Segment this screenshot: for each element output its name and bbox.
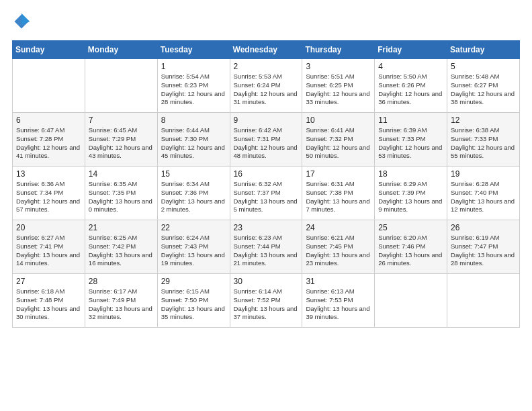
day-number: 1: [161, 62, 226, 71]
day-cell: 26Sunrise: 6:19 AM Sunset: 7:47 PM Dayli…: [447, 220, 520, 274]
day-number: 12: [451, 116, 516, 125]
day-info: Sunrise: 6:29 AM Sunset: 7:39 PM Dayligh…: [378, 180, 443, 214]
day-number: 10: [306, 116, 371, 125]
week-row-4: 27Sunrise: 6:18 AM Sunset: 7:48 PM Dayli…: [13, 274, 520, 328]
day-info: Sunrise: 6:34 AM Sunset: 7:36 PM Dayligh…: [161, 180, 226, 214]
day-info: Sunrise: 6:24 AM Sunset: 7:43 PM Dayligh…: [161, 234, 226, 268]
day-number: 24: [306, 223, 371, 232]
day-cell: 30Sunrise: 6:14 AM Sunset: 7:52 PM Dayli…: [230, 274, 302, 328]
day-cell: 8Sunrise: 6:44 AM Sunset: 7:30 PM Daylig…: [157, 113, 230, 167]
day-info: Sunrise: 6:28 AM Sunset: 7:40 PM Dayligh…: [451, 180, 516, 214]
day-cell: 21Sunrise: 6:25 AM Sunset: 7:42 PM Dayli…: [85, 220, 157, 274]
day-number: 16: [234, 169, 299, 179]
day-number: 17: [306, 169, 371, 179]
weekday-header-row: SundayMondayTuesdayWednesdayThursdayFrid…: [13, 41, 520, 59]
day-info: Sunrise: 5:51 AM Sunset: 6:25 PM Dayligh…: [306, 73, 371, 107]
day-cell: 7Sunrise: 6:45 AM Sunset: 7:29 PM Daylig…: [85, 113, 157, 167]
page: SundayMondayTuesdayWednesdayThursdayFrid…: [0, 0, 532, 334]
day-cell: [85, 59, 157, 113]
logo-icon: [12, 12, 31, 34]
day-info: Sunrise: 6:31 AM Sunset: 7:38 PM Dayligh…: [306, 180, 371, 214]
day-cell: 3Sunrise: 5:51 AM Sunset: 6:25 PM Daylig…: [302, 59, 375, 113]
day-number: 2: [234, 62, 299, 71]
day-cell: 31Sunrise: 6:13 AM Sunset: 7:53 PM Dayli…: [302, 274, 375, 328]
svg-marker-1: [21, 13, 30, 26]
day-cell: 14Sunrise: 6:35 AM Sunset: 7:35 PM Dayli…: [85, 167, 157, 220]
day-number: 30: [234, 277, 299, 286]
weekday-wednesday: Wednesday: [230, 41, 302, 59]
day-cell: 11Sunrise: 6:39 AM Sunset: 7:33 PM Dayli…: [375, 113, 447, 167]
day-cell: 16Sunrise: 6:32 AM Sunset: 7:37 PM Dayli…: [230, 167, 302, 220]
day-info: Sunrise: 6:21 AM Sunset: 7:45 PM Dayligh…: [306, 234, 371, 268]
day-number: 5: [451, 62, 516, 71]
logo: [12, 12, 34, 34]
day-number: 9: [234, 116, 299, 125]
day-info: Sunrise: 6:47 AM Sunset: 7:28 PM Dayligh…: [16, 126, 81, 161]
day-number: 18: [378, 169, 443, 179]
day-info: Sunrise: 6:44 AM Sunset: 7:30 PM Dayligh…: [161, 126, 226, 161]
day-cell: 18Sunrise: 6:29 AM Sunset: 7:39 PM Dayli…: [375, 167, 447, 220]
weekday-friday: Friday: [375, 41, 447, 59]
day-info: Sunrise: 6:45 AM Sunset: 7:29 PM Dayligh…: [89, 126, 154, 161]
day-number: 11: [378, 116, 443, 125]
day-number: 29: [161, 277, 226, 286]
weekday-thursday: Thursday: [302, 41, 375, 59]
day-info: Sunrise: 6:42 AM Sunset: 7:31 PM Dayligh…: [234, 126, 299, 161]
day-number: 8: [161, 116, 226, 125]
day-cell: 17Sunrise: 6:31 AM Sunset: 7:38 PM Dayli…: [302, 167, 375, 220]
day-info: Sunrise: 6:14 AM Sunset: 7:52 PM Dayligh…: [234, 287, 299, 322]
calendar-table: SundayMondayTuesdayWednesdayThursdayFrid…: [12, 40, 520, 328]
day-cell: [375, 274, 447, 328]
header: [12, 12, 520, 34]
day-info: Sunrise: 5:48 AM Sunset: 6:27 PM Dayligh…: [451, 73, 516, 107]
day-cell: [447, 274, 520, 328]
day-info: Sunrise: 5:50 AM Sunset: 6:26 PM Dayligh…: [378, 73, 443, 107]
day-number: 20: [16, 223, 81, 232]
day-info: Sunrise: 5:54 AM Sunset: 6:23 PM Dayligh…: [161, 73, 226, 107]
day-info: Sunrise: 6:27 AM Sunset: 7:41 PM Dayligh…: [16, 234, 81, 268]
week-row-1: 6Sunrise: 6:47 AM Sunset: 7:28 PM Daylig…: [13, 113, 520, 167]
day-info: Sunrise: 6:38 AM Sunset: 7:33 PM Dayligh…: [451, 126, 516, 161]
day-cell: 20Sunrise: 6:27 AM Sunset: 7:41 PM Dayli…: [13, 220, 85, 274]
day-number: 31: [306, 277, 371, 286]
day-number: 27: [16, 277, 81, 286]
day-cell: 15Sunrise: 6:34 AM Sunset: 7:36 PM Dayli…: [157, 167, 230, 220]
day-cell: 6Sunrise: 6:47 AM Sunset: 7:28 PM Daylig…: [13, 113, 85, 167]
day-info: Sunrise: 6:25 AM Sunset: 7:42 PM Dayligh…: [89, 234, 154, 268]
day-info: Sunrise: 6:17 AM Sunset: 7:49 PM Dayligh…: [89, 287, 154, 322]
day-cell: 12Sunrise: 6:38 AM Sunset: 7:33 PM Dayli…: [447, 113, 520, 167]
day-info: Sunrise: 6:18 AM Sunset: 7:48 PM Dayligh…: [16, 287, 81, 322]
weekday-monday: Monday: [85, 41, 157, 59]
weekday-sunday: Sunday: [13, 41, 85, 59]
day-info: Sunrise: 5:53 AM Sunset: 6:24 PM Dayligh…: [234, 73, 299, 107]
day-cell: 28Sunrise: 6:17 AM Sunset: 7:49 PM Dayli…: [85, 274, 157, 328]
day-number: 14: [89, 169, 154, 179]
day-cell: 27Sunrise: 6:18 AM Sunset: 7:48 PM Dayli…: [13, 274, 85, 328]
day-info: Sunrise: 6:13 AM Sunset: 7:53 PM Dayligh…: [306, 287, 371, 322]
day-number: 25: [378, 223, 443, 232]
day-number: 7: [89, 116, 154, 125]
day-number: 26: [451, 223, 516, 232]
day-cell: 22Sunrise: 6:24 AM Sunset: 7:43 PM Dayli…: [157, 220, 230, 274]
day-info: Sunrise: 6:36 AM Sunset: 7:34 PM Dayligh…: [16, 180, 81, 214]
day-number: 3: [306, 62, 371, 71]
day-cell: 10Sunrise: 6:41 AM Sunset: 7:32 PM Dayli…: [302, 113, 375, 167]
day-number: 22: [161, 223, 226, 232]
day-cell: 1Sunrise: 5:54 AM Sunset: 6:23 PM Daylig…: [157, 59, 230, 113]
day-info: Sunrise: 6:39 AM Sunset: 7:33 PM Dayligh…: [378, 126, 443, 161]
weekday-saturday: Saturday: [447, 41, 520, 59]
day-cell: 5Sunrise: 5:48 AM Sunset: 6:27 PM Daylig…: [447, 59, 520, 113]
day-info: Sunrise: 6:20 AM Sunset: 7:46 PM Dayligh…: [378, 234, 443, 268]
day-cell: 23Sunrise: 6:23 AM Sunset: 7:44 PM Dayli…: [230, 220, 302, 274]
day-cell: 4Sunrise: 5:50 AM Sunset: 6:26 PM Daylig…: [375, 59, 447, 113]
day-info: Sunrise: 6:35 AM Sunset: 7:35 PM Dayligh…: [89, 180, 154, 214]
week-row-0: 1Sunrise: 5:54 AM Sunset: 6:23 PM Daylig…: [13, 59, 520, 113]
day-info: Sunrise: 6:19 AM Sunset: 7:47 PM Dayligh…: [451, 234, 516, 268]
day-info: Sunrise: 6:23 AM Sunset: 7:44 PM Dayligh…: [234, 234, 299, 268]
week-row-2: 13Sunrise: 6:36 AM Sunset: 7:34 PM Dayli…: [13, 167, 520, 220]
week-row-3: 20Sunrise: 6:27 AM Sunset: 7:41 PM Dayli…: [13, 220, 520, 274]
day-cell: 25Sunrise: 6:20 AM Sunset: 7:46 PM Dayli…: [375, 220, 447, 274]
day-info: Sunrise: 6:32 AM Sunset: 7:37 PM Dayligh…: [234, 180, 299, 214]
day-number: 19: [451, 169, 516, 179]
day-number: 28: [89, 277, 154, 286]
